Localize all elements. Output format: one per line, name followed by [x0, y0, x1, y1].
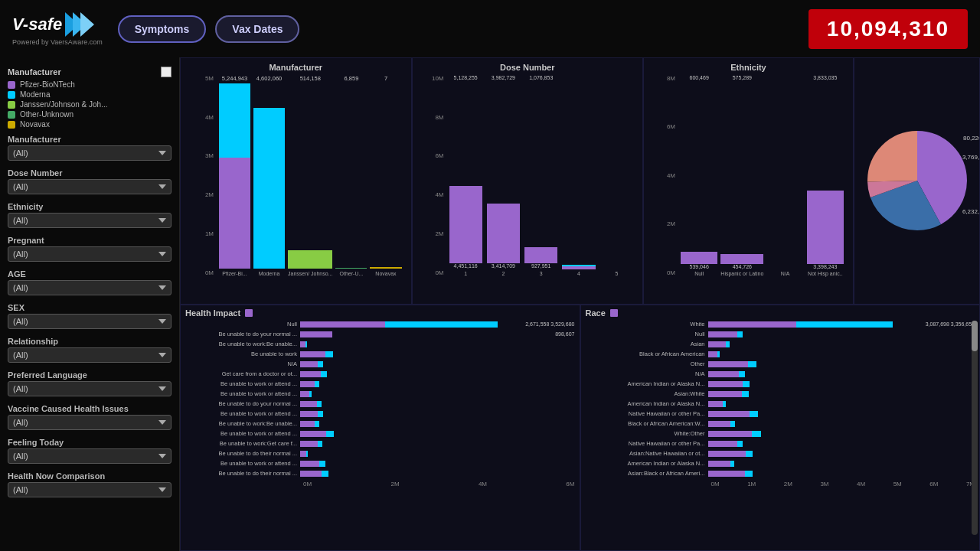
health-row-4: Be unable to work or attend ...: [185, 380, 575, 389]
filter-label-dose-number: Dose Number: [8, 168, 172, 178]
novavax-color: [8, 121, 15, 129]
symptoms-button[interactable]: Symptoms: [118, 15, 207, 43]
dose-bar-3: 1,076,853 927,951 3: [524, 75, 557, 276]
pie-label-2: 3,769,133: [962, 154, 980, 161]
filter-select-relationship[interactable]: (All): [8, 347, 172, 363]
race-row-3: Other: [586, 360, 975, 369]
pie-container: 80,226 3,769,133 6,232,919: [867, 131, 967, 230]
race-seg-5: [708, 381, 743, 387]
health-impact-chart: Health Impact Null 2,671,558 3,529,680 B…: [180, 305, 580, 552]
race-row-12: Asian:Native Hawaiian or ot...: [586, 449, 975, 458]
filter-select-vaccine-caused-health-issues[interactable]: (All): [8, 415, 172, 430]
race-row-9: Black or African American:W...: [586, 419, 975, 429]
race-filter-icon[interactable]: [610, 309, 618, 317]
dose-chart: Dose Number 0M 2M 4M 6M 8M 10M 5,128,255: [412, 57, 644, 305]
health-x-axis: 0M 2M 4M 6M: [185, 481, 575, 487]
health-seg-5: [300, 391, 309, 397]
health-row-8: Be unable to work:Be unable...: [185, 419, 575, 429]
race-row-10: White:Other: [586, 429, 975, 439]
filter-label-health-now-comparison: Health Now Comparison: [8, 471, 172, 481]
health-row-13: Be unable to do their normal ...: [185, 469, 575, 478]
filter-label-pregnant: Pregnant: [8, 236, 172, 245]
dose2-purple: [487, 204, 520, 262]
ethnicity-chart: Ethnicity 0M 2M 4M 6M 8M 600,469: [643, 57, 854, 305]
race-seg-4: [708, 371, 739, 377]
logo-area: V-safe Powered by VaersAware.com: [12, 12, 103, 46]
ethnicity-pie-chart: 80,226 3,769,133 6,232,919: [854, 57, 980, 305]
select-all-checkbox[interactable]: [161, 67, 172, 77]
race-row-13: American Indian or Alaska N...: [586, 459, 975, 468]
dose-y-axis: 0M 2M 4M 6M 8M 10M: [419, 75, 446, 276]
filter-select-pregnant[interactable]: (All): [8, 246, 172, 262]
race-row-14: Asian:Black or African Ameri...: [586, 469, 975, 478]
pie-svg: [867, 131, 967, 230]
race-seg-14: [708, 471, 746, 477]
filter-select-ethnicity[interactable]: (All): [8, 213, 172, 228]
health-null-purple: [300, 321, 385, 328]
health-row-12: Be unable to work or attend ...: [185, 459, 575, 468]
race-row-white: White 3,087,698 3,356,654: [586, 320, 975, 329]
filter-select-sex[interactable]: (All): [8, 314, 172, 329]
dose-bar-2: 3,982,729 3,414,709 2: [487, 75, 520, 276]
logo: V-safe: [12, 12, 94, 37]
health-seg-12: [300, 461, 319, 467]
filter-select-preferred-language[interactable]: (All): [8, 381, 172, 396]
eth-nothispanic-bar: 3,833,035 3,398,243 Not Hisp anic..: [807, 75, 844, 276]
moderna-color: [8, 91, 15, 99]
dose-bar-5: 5: [600, 75, 633, 276]
filter-select-health-now-comparison[interactable]: (All): [8, 482, 172, 497]
filter-select-age[interactable]: (All): [8, 280, 172, 295]
health-null-teal: [385, 321, 498, 328]
health-row-9: Be unable to work or attend ...: [185, 429, 575, 439]
race-row-5: American Indian or Alaska N...: [586, 380, 975, 389]
race-row-4: N/A: [586, 370, 975, 379]
race-scrollbar-thumb[interactable]: [972, 321, 978, 351]
race-seg-13: [708, 461, 730, 467]
race-seg-3: [708, 361, 749, 367]
health-seg-7: [300, 411, 318, 417]
eth-hispanic-bar: 575,289 454,726 Hispanic or Latino: [720, 75, 763, 276]
race-row-0: Null: [586, 330, 975, 339]
race-scrollbar[interactable]: [972, 321, 978, 536]
white-teal: [796, 321, 893, 328]
health-seg-2: [300, 361, 318, 367]
race-row-7: American Indian or Alaska N...: [586, 399, 975, 409]
legend-novavax: Novavax: [8, 120, 172, 129]
pfizer-purple-bar: [219, 158, 250, 269]
filters-container: Manufacturer(All)Dose Number(All)Ethnici…: [8, 135, 172, 499]
logo-text: V-safe: [12, 15, 62, 34]
health-title-row: Health Impact: [185, 308, 575, 318]
filter-select-feeling-today[interactable]: (All): [8, 448, 172, 464]
counter-number: 10,094,310: [827, 17, 949, 41]
vax-dates-button[interactable]: Vax Dates: [215, 15, 299, 43]
white-purple: [708, 321, 797, 328]
eth-bars: 600,469 539,046 Null: [679, 75, 844, 276]
legend-other-unknown: Other-Unknown: [8, 110, 172, 119]
manufacturer-chart-title: Manufacturer: [187, 63, 405, 72]
filter-select-dose-number[interactable]: (All): [8, 179, 172, 194]
pie-label-1: 80,226: [963, 135, 980, 142]
ethnicity-chart-title: Ethnicity: [650, 63, 847, 72]
filter-label-feeling-today: Feeling Today: [8, 438, 172, 447]
mfr-y-axis: 0M 1M 2M 3M 4M 5M: [187, 75, 216, 276]
dose3-purple: [524, 247, 557, 263]
race-chart-title: Race: [586, 308, 606, 318]
health-row-5: Be unable to work or attend ...: [185, 390, 575, 399]
health-rows-container: Be unable to work:Be unable... Be unable…: [185, 340, 575, 478]
race-seg-0: [708, 331, 737, 337]
race-seg-7: [708, 401, 724, 407]
race-seg-10: [708, 431, 753, 437]
race-chart: Race White 3,087,698 3,356,654 Null: [580, 305, 981, 552]
eth-na-bar: N/A: [766, 75, 803, 276]
manufacturer-chart: Manufacturer 0M 1M 2M 3M 4M 5M: [180, 57, 412, 305]
health-row-1: Be unable to do your normal ... 898,607: [185, 330, 575, 339]
health-row-0: Be unable to work:Be unable...: [185, 340, 575, 349]
logo-arrows: [65, 12, 94, 37]
race-row-8: Native Hawaiian or other Pa...: [586, 409, 975, 419]
health-filter-icon[interactable]: [245, 309, 253, 317]
filter-select-manufacturer[interactable]: (All): [8, 145, 172, 161]
race-row-11: Native Hawaiian or other Pa...: [586, 439, 975, 448]
filter-label-vaccine-caused-health-issues: Vaccine Caused Health Issues: [8, 404, 172, 413]
legend-janssen: Janssen/Johnson & Joh...: [8, 100, 172, 109]
filter-label-age: AGE: [8, 269, 172, 279]
